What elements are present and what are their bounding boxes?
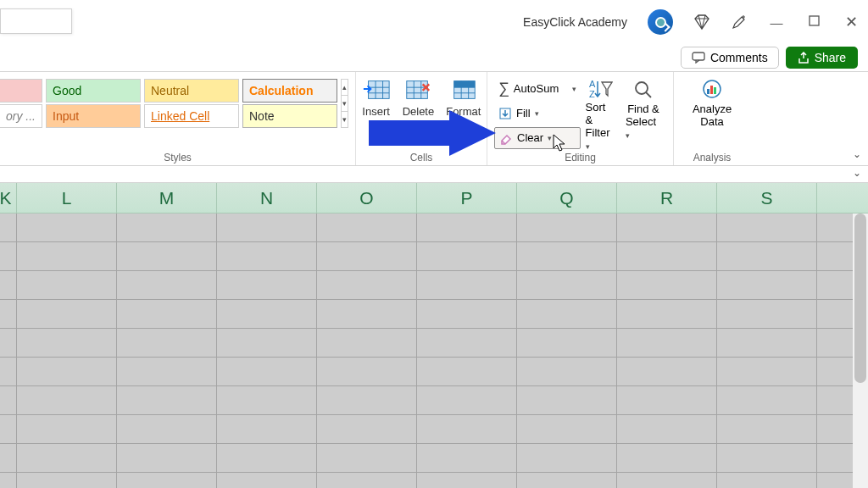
grid-cell[interactable] xyxy=(417,214,517,241)
grid-cell[interactable] xyxy=(217,415,317,443)
grid-cell[interactable] xyxy=(317,358,417,385)
column-header[interactable]: L xyxy=(17,183,117,213)
find-select-button[interactable]: Find & Select ▾ xyxy=(626,77,661,149)
grid-cell[interactable] xyxy=(517,358,617,385)
grid-cell[interactable] xyxy=(617,329,717,357)
grid-cell[interactable] xyxy=(317,415,417,443)
grid-cell[interactable] xyxy=(117,444,217,472)
grid-cell[interactable] xyxy=(17,242,117,270)
grid-cell[interactable] xyxy=(0,329,17,357)
grid-cell[interactable] xyxy=(617,415,717,443)
table-row[interactable] xyxy=(0,444,868,473)
style-tile[interactable]: Calculation xyxy=(242,79,337,103)
clear-button[interactable]: Clear ▾ xyxy=(494,127,581,149)
grid-cell[interactable] xyxy=(217,358,317,385)
grid-cell[interactable] xyxy=(0,271,17,299)
grid-cell[interactable] xyxy=(417,473,517,488)
grid-cell[interactable] xyxy=(717,300,817,328)
grid-cell[interactable] xyxy=(717,386,817,414)
pencil-sparkle-icon[interactable] xyxy=(731,14,748,30)
grid-cell[interactable] xyxy=(317,444,417,472)
table-row[interactable] xyxy=(0,242,868,271)
grid-cell[interactable] xyxy=(117,214,217,241)
grid-cell[interactable] xyxy=(17,473,117,488)
grid-cell[interactable] xyxy=(317,329,417,357)
grid-cell[interactable] xyxy=(0,386,17,414)
grid-cell[interactable] xyxy=(217,214,317,241)
grid-cell[interactable] xyxy=(517,473,617,488)
column-header[interactable]: K xyxy=(0,183,17,213)
grid-cell[interactable] xyxy=(117,358,217,385)
grid-cell[interactable] xyxy=(717,415,817,443)
grid-cell[interactable] xyxy=(417,386,517,414)
grid-cell[interactable] xyxy=(617,214,717,241)
grid-cell[interactable] xyxy=(517,242,617,270)
grid-cell[interactable] xyxy=(317,473,417,488)
grid-cell[interactable] xyxy=(417,300,517,328)
column-header[interactable]: M xyxy=(117,183,217,213)
table-row[interactable] xyxy=(0,415,868,444)
grid-cell[interactable] xyxy=(417,444,517,472)
style-tile[interactable]: Input xyxy=(46,104,141,128)
grid-cell[interactable] xyxy=(117,300,217,328)
grid-cell[interactable] xyxy=(417,242,517,270)
column-header[interactable]: Q xyxy=(517,183,617,213)
grid-cell[interactable] xyxy=(317,300,417,328)
column-header[interactable]: P xyxy=(417,183,517,213)
share-button[interactable]: Share xyxy=(786,47,858,69)
grid-cell[interactable] xyxy=(217,300,317,328)
grid-cell[interactable] xyxy=(517,300,617,328)
grid-cell[interactable] xyxy=(717,358,817,385)
grid-cell[interactable] xyxy=(117,329,217,357)
diamond-icon[interactable] xyxy=(693,14,710,30)
vertical-scrollbar[interactable] xyxy=(853,214,868,488)
grid-cell[interactable] xyxy=(0,444,17,472)
grid-cell[interactable] xyxy=(717,214,817,241)
account-avatar[interactable] xyxy=(648,9,673,35)
grid-cell[interactable] xyxy=(617,242,717,270)
formula-expand-chevron[interactable]: ⌄ xyxy=(853,167,861,179)
grid-cell[interactable] xyxy=(117,473,217,488)
grid-cell[interactable] xyxy=(517,214,617,241)
grid-cell[interactable] xyxy=(517,386,617,414)
grid-cell[interactable] xyxy=(17,271,117,299)
gallery-down[interactable]: ▾ xyxy=(342,96,348,112)
name-box[interactable] xyxy=(0,8,72,34)
grid-cell[interactable] xyxy=(717,444,817,472)
analyze-data-button[interactable]: Analyze Data xyxy=(693,77,732,128)
grid-cell[interactable] xyxy=(17,415,117,443)
delete-button[interactable]: Delete ▾ xyxy=(399,77,438,129)
grid-cell[interactable] xyxy=(17,358,117,385)
grid-cell[interactable] xyxy=(117,242,217,270)
grid-cell[interactable] xyxy=(17,444,117,472)
grid-cell[interactable] xyxy=(117,415,217,443)
grid-cell[interactable] xyxy=(417,329,517,357)
close-button[interactable]: ✕ xyxy=(843,13,860,31)
table-row[interactable] xyxy=(0,358,868,386)
grid-cell[interactable] xyxy=(217,271,317,299)
grid-cell[interactable] xyxy=(517,444,617,472)
grid-cell[interactable] xyxy=(617,271,717,299)
grid-cell[interactable] xyxy=(717,473,817,488)
style-tile[interactable]: Neutral xyxy=(144,79,239,103)
scrollbar-thumb[interactable] xyxy=(854,214,866,383)
grid-cell[interactable] xyxy=(17,300,117,328)
column-header[interactable]: O xyxy=(317,183,417,213)
sort-filter-button[interactable]: AZ Sort & Filter ▾ xyxy=(586,77,615,149)
grid-cell[interactable] xyxy=(0,415,17,443)
column-header[interactable]: R xyxy=(617,183,717,213)
grid-cell[interactable] xyxy=(0,242,17,270)
insert-button[interactable]: Insert ▾ xyxy=(359,77,394,129)
grid-cell[interactable] xyxy=(617,358,717,385)
grid-cell[interactable] xyxy=(617,473,717,488)
grid-cell[interactable] xyxy=(317,242,417,270)
autosum-button[interactable]: ∑ AutoSum ▾ xyxy=(494,78,581,100)
grid-cell[interactable] xyxy=(617,444,717,472)
grid-cell[interactable] xyxy=(217,329,317,357)
table-row[interactable] xyxy=(0,386,868,415)
grid-cell[interactable] xyxy=(517,329,617,357)
gallery-up[interactable]: ▴ xyxy=(342,80,348,96)
grid-cell[interactable] xyxy=(0,214,17,241)
table-row[interactable] xyxy=(0,214,868,242)
grid-cell[interactable] xyxy=(517,415,617,443)
